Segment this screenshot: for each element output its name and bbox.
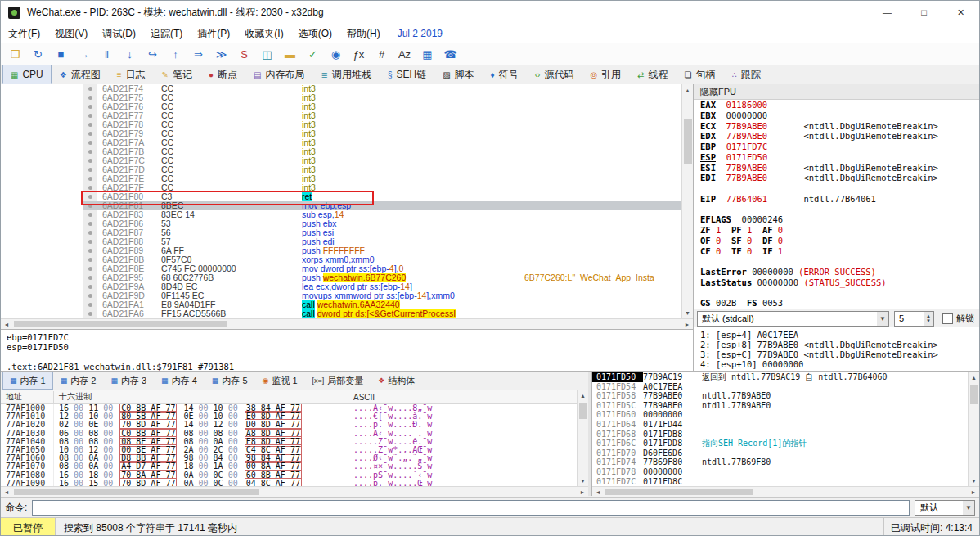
- breakpoint-dot[interactable]: [83, 129, 97, 138]
- stack-vertical-scrollbar[interactable]: ▲ ▼: [968, 372, 979, 486]
- breakpoint-dot[interactable]: [83, 246, 97, 255]
- stack-row[interactable]: 0171FD74 77B69F80 ntdll.77B69F80: [592, 457, 979, 467]
- dump-vertical-scrollbar[interactable]: ▲ ▼: [577, 390, 588, 486]
- breakpoint-dot[interactable]: [83, 192, 97, 201]
- tab-memory-5[interactable]: ▦ 内存 5: [205, 372, 255, 390]
- tab-trace[interactable]: ∴ 跟踪: [723, 65, 768, 84]
- register-row[interactable]: ZF 1 PF 1 AF 0: [700, 225, 979, 236]
- tab-breakpoints[interactable]: ● 断点: [200, 65, 245, 84]
- stack-row[interactable]: 0171FD7C 0171FD8C: [592, 477, 979, 487]
- tab-watch-1[interactable]: ◉ 监视 1: [255, 372, 305, 390]
- scroll-up-icon[interactable]: ▲: [682, 84, 693, 96]
- menu-item[interactable]: 选项(O): [291, 24, 339, 43]
- tab-seh[interactable]: § SEH链: [380, 65, 434, 84]
- step-over-icon[interactable]: ↪: [142, 44, 164, 64]
- register-row[interactable]: CF 0 TF 0 IF 1: [700, 246, 979, 257]
- pause-icon[interactable]: ‖: [96, 44, 118, 64]
- run-to-cursor-icon[interactable]: ⇒: [187, 44, 209, 64]
- register-row[interactable]: ESI 77B9ABE0 <ntdll.DbgUiRemoteBreakin>: [700, 163, 979, 173]
- stack-row[interactable]: 0171FD60 00000000: [592, 410, 979, 420]
- breakpoint-dot[interactable]: [83, 264, 97, 273]
- minimize-button[interactable]: —: [869, 1, 906, 24]
- chevron-down-icon[interactable]: ▼: [877, 312, 888, 326]
- memory-map-icon[interactable]: ▦: [416, 44, 438, 64]
- tab-struct[interactable]: ❖ 结构体: [371, 372, 422, 390]
- menu-item[interactable]: 帮助(H): [339, 24, 388, 43]
- tab-script[interactable]: ▨ 脚本: [434, 65, 482, 84]
- register-row[interactable]: LastError 00000000 (ERROR_SUCCESS): [700, 267, 979, 277]
- breakpoint-dot[interactable]: [83, 210, 97, 219]
- argument-row[interactable]: 3: [esp+C] 77B9ABE0 <ntdll.DbgUiRemoteBr…: [700, 349, 979, 359]
- tab-memory-3[interactable]: ▦ 内存 3: [103, 372, 154, 390]
- tab-call-stack[interactable]: ≣ 调用堆栈: [313, 65, 380, 84]
- register-row[interactable]: EIP 77B64061 ntdll.77B64061: [700, 194, 979, 205]
- animate-icon[interactable]: ≫: [210, 44, 232, 64]
- register-row[interactable]: ECX 77B9ABE0 <ntdll.DbgUiRemoteBreakin>: [700, 121, 979, 132]
- breakpoint-dot[interactable]: [83, 282, 97, 291]
- open-file-icon[interactable]: ❒: [4, 44, 26, 64]
- scroll-right-icon[interactable]: ►: [577, 487, 588, 497]
- breakpoint-dot[interactable]: [83, 273, 97, 282]
- register-row[interactable]: [700, 288, 979, 299]
- breakpoint-dot[interactable]: [83, 183, 97, 192]
- scylla-icon[interactable]: S: [233, 44, 255, 64]
- register-row[interactable]: GS 002B FS 0053: [700, 298, 979, 309]
- breakpoint-dot[interactable]: [83, 165, 97, 174]
- maximize-button[interactable]: □: [906, 1, 942, 24]
- hide-fpu-button[interactable]: 隐藏FPU: [694, 84, 979, 100]
- breakpoint-dot[interactable]: [83, 219, 97, 228]
- dump-horizontal-scrollbar[interactable]: ◄ ►: [1, 486, 588, 497]
- tab-memory-1[interactable]: ▦ 内存 1: [2, 372, 53, 390]
- stack-row[interactable]: 0171FD70 D60FE6D6: [592, 448, 979, 458]
- breakpoint-dot[interactable]: [83, 300, 97, 309]
- menu-item[interactable]: 插件(P): [190, 24, 237, 43]
- tab-references[interactable]: ◎ 引用: [582, 65, 629, 84]
- scroll-down-icon[interactable]: ▼: [682, 307, 693, 318]
- stack-row[interactable]: 0171FD54 A0C17EEA: [592, 382, 979, 392]
- stack-row[interactable]: 0171FD78 00000000: [592, 467, 979, 477]
- argument-row[interactable]: 4: [esp+10] 00000000: [700, 359, 979, 369]
- tab-graph[interactable]: ❖ 流程图: [52, 65, 109, 84]
- scroll-up-icon[interactable]: ▲: [969, 372, 979, 383]
- breakpoint-dot[interactable]: [83, 111, 97, 120]
- menu-item[interactable]: 追踪(T): [143, 24, 190, 43]
- step-into-icon[interactable]: ↓: [119, 44, 141, 64]
- breakpoint-dot[interactable]: [83, 291, 97, 300]
- scroll-down-icon[interactable]: ▼: [578, 475, 588, 486]
- scroll-down-icon[interactable]: ▼: [969, 475, 979, 486]
- stack-row[interactable]: 0171FD50 77B9AC19 返回到 ntdll.77B9AC19 自 n…: [592, 372, 979, 382]
- check-icon[interactable]: ✓: [302, 44, 324, 64]
- calculator-icon[interactable]: ƒx: [348, 44, 370, 64]
- tab-threads[interactable]: ⇄ 线程: [629, 65, 676, 84]
- memory-pages-icon[interactable]: ◫: [256, 44, 278, 64]
- register-row[interactable]: [700, 256, 979, 267]
- register-row[interactable]: [700, 205, 979, 215]
- stack-row[interactable]: 0171FD6C 0171FDD8 指向SEH_Record[1]的指针: [592, 439, 979, 448]
- disasm-horizontal-scrollbar[interactable]: ◄ ►: [1, 318, 693, 329]
- tab-notes[interactable]: ✎ 笔记: [154, 65, 200, 84]
- unlock-checkbox[interactable]: [942, 313, 953, 324]
- scroll-left-icon[interactable]: ◄: [592, 487, 604, 497]
- menu-item[interactable]: 视图(V): [47, 24, 95, 43]
- breakpoint-dot[interactable]: [83, 93, 97, 102]
- menu-item[interactable]: 文件(F): [1, 24, 47, 43]
- register-row[interactable]: EBX 00000000: [700, 110, 979, 121]
- restart-icon[interactable]: ↻: [27, 44, 49, 64]
- breakpoint-dot[interactable]: [83, 309, 97, 318]
- run-icon[interactable]: →: [73, 44, 95, 64]
- breakpoint-dot[interactable]: [83, 201, 97, 210]
- register-row[interactable]: EDX 77B9ABE0 <ntdll.DbgUiRemoteBreakin>: [700, 131, 979, 142]
- argument-row[interactable]: 2: [esp+8] 77B9ABE0 <ntdll.DbgUiRemoteBr…: [700, 340, 979, 349]
- az-icon[interactable]: Az: [393, 44, 416, 64]
- breakpoint-dot[interactable]: [83, 228, 97, 237]
- register-row[interactable]: EAX 01186000: [700, 100, 979, 110]
- register-row[interactable]: LastStatus 00000000 (STATUS_SUCCESS): [700, 277, 979, 288]
- tab-source[interactable]: ‹› 源代码: [527, 65, 582, 84]
- register-row[interactable]: [700, 183, 979, 194]
- breakpoint-dot[interactable]: [83, 156, 97, 165]
- breakpoint-dot[interactable]: [83, 84, 97, 93]
- menu-item[interactable]: 调试(D): [95, 24, 143, 43]
- register-row[interactable]: OF 0 SF 0 DF 0: [700, 236, 979, 246]
- command-input[interactable]: [32, 500, 910, 516]
- breakpoint-dot[interactable]: [83, 237, 97, 246]
